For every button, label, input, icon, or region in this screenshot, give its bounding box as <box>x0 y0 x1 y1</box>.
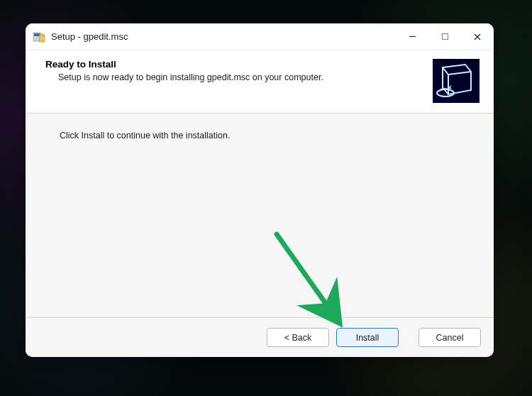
setup-window: Setup - gpedit.msc Ready to Install Setu… <box>26 23 494 357</box>
computer-install-icon <box>433 59 480 103</box>
content-area: Click Install to continue with the insta… <box>26 114 494 317</box>
install-button-label: Install <box>356 333 379 343</box>
maximize-button[interactable] <box>428 23 461 50</box>
svg-rect-4 <box>442 34 448 40</box>
wizard-footer: < Back Install Cancel <box>26 317 494 357</box>
install-button[interactable]: Install <box>336 328 399 347</box>
header-text-block: Ready to Install Setup is now ready to b… <box>45 59 426 103</box>
minimize-button[interactable] <box>396 23 428 50</box>
window-controls <box>396 23 494 50</box>
page-title: Ready to Install <box>45 59 426 70</box>
installer-icon <box>33 31 45 43</box>
svg-rect-2 <box>39 35 45 42</box>
titlebar: Setup - gpedit.msc <box>26 23 494 50</box>
cancel-button[interactable]: Cancel <box>419 328 481 347</box>
cancel-button-label: Cancel <box>436 333 464 343</box>
instruction-text: Click Install to continue with the insta… <box>60 131 480 141</box>
back-button[interactable]: < Back <box>267 328 329 347</box>
window-title: Setup - gpedit.msc <box>51 31 396 42</box>
close-button[interactable] <box>461 23 494 50</box>
page-subtitle: Setup is now ready to begin installing g… <box>58 72 426 82</box>
wizard-header: Ready to Install Setup is now ready to b… <box>26 50 494 114</box>
back-button-label: < Back <box>284 333 312 343</box>
